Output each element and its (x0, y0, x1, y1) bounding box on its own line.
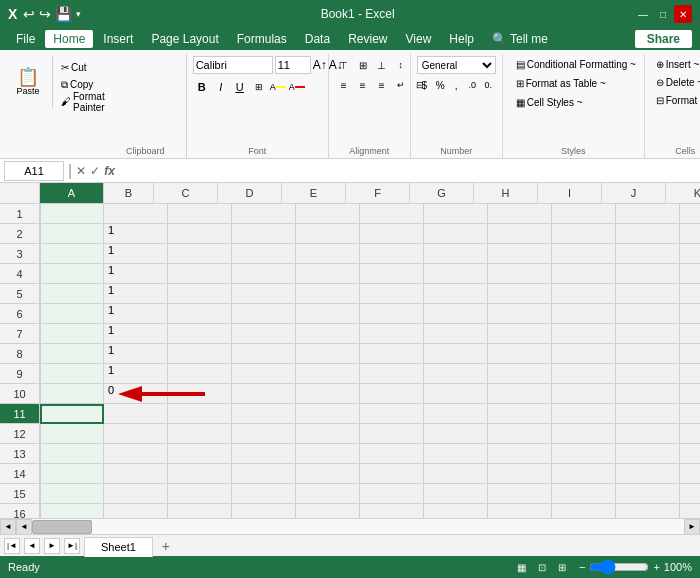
cell-A11[interactable] (40, 404, 104, 424)
col-header-H[interactable]: H (474, 183, 538, 203)
col-header-E[interactable]: E (282, 183, 346, 203)
cell-F9[interactable] (360, 364, 424, 384)
cell-I9[interactable] (552, 364, 616, 384)
align-center-button[interactable]: ≡ (354, 76, 372, 94)
cancel-formula-button[interactable]: ✕ (76, 164, 86, 178)
save-button[interactable]: 💾 (55, 6, 72, 22)
tab-nav-prev-button[interactable]: ◄ (24, 538, 40, 554)
maximize-button[interactable]: □ (654, 5, 672, 23)
scroll-thumb[interactable] (32, 520, 92, 534)
share-button[interactable]: Share (635, 30, 692, 48)
percent-button[interactable]: % (433, 76, 448, 94)
cell-J10[interactable] (616, 384, 680, 404)
cell-E9[interactable] (296, 364, 360, 384)
col-header-I[interactable]: I (538, 183, 602, 203)
horizontal-scrollbar[interactable]: ◄ ◄ ► (0, 518, 700, 534)
row-header-12[interactable]: 12 (0, 424, 40, 444)
delete-button[interactable]: ⊖ Delete ~ (651, 74, 700, 90)
align-top-button[interactable]: ⊤ (335, 56, 353, 74)
insert-function-button[interactable]: fx (104, 164, 115, 178)
row-header-5[interactable]: 5 (0, 284, 40, 304)
cell-reference-box[interactable] (4, 161, 64, 181)
font-color-button[interactable]: A (288, 78, 306, 96)
cell-J9[interactable] (616, 364, 680, 384)
row-header-14[interactable]: 14 (0, 464, 40, 484)
col-header-C[interactable]: C (154, 183, 218, 203)
cell-J2[interactable] (616, 224, 680, 244)
cell-K3[interactable] (680, 244, 700, 264)
cell-I8[interactable] (552, 344, 616, 364)
cell-D14[interactable] (232, 464, 296, 484)
cell-I2[interactable] (552, 224, 616, 244)
cell-C15[interactable] (168, 484, 232, 504)
cell-G10[interactable] (424, 384, 488, 404)
cell-F6[interactable] (360, 304, 424, 324)
menu-formulas[interactable]: Formulas (229, 30, 295, 48)
cell-K1[interactable] (680, 204, 700, 224)
cell-G16[interactable] (424, 504, 488, 518)
cell-B16[interactable] (104, 504, 168, 518)
cell-C11[interactable] (168, 404, 232, 424)
cell-H11[interactable] (488, 404, 552, 424)
format-as-table-button[interactable]: ⊞ Format as Table ~ (509, 75, 638, 92)
cell-C14[interactable] (168, 464, 232, 484)
cell-K14[interactable] (680, 464, 700, 484)
cell-I10[interactable] (552, 384, 616, 404)
cell-E1[interactable] (296, 204, 360, 224)
cell-F1[interactable] (360, 204, 424, 224)
row-header-13[interactable]: 13 (0, 444, 40, 464)
cell-A5[interactable] (40, 284, 104, 304)
cell-K15[interactable] (680, 484, 700, 504)
cell-B14[interactable] (104, 464, 168, 484)
cell-D11[interactable] (232, 404, 296, 424)
cell-H2[interactable] (488, 224, 552, 244)
cell-H13[interactable] (488, 444, 552, 464)
cell-A16[interactable] (40, 504, 104, 518)
cell-H12[interactable] (488, 424, 552, 444)
cell-A15[interactable] (40, 484, 104, 504)
cell-G15[interactable] (424, 484, 488, 504)
cell-B10[interactable]: 0 (104, 384, 168, 404)
cell-C12[interactable] (168, 424, 232, 444)
cell-D3[interactable] (232, 244, 296, 264)
page-layout-view-button[interactable]: ⊡ (533, 558, 551, 576)
zoom-slider[interactable] (589, 559, 649, 575)
cell-A3[interactable] (40, 244, 104, 264)
cell-A10[interactable] (40, 384, 104, 404)
cell-K11[interactable] (680, 404, 700, 424)
cell-E12[interactable] (296, 424, 360, 444)
cell-F5[interactable] (360, 284, 424, 304)
cell-G7[interactable] (424, 324, 488, 344)
row-header-4[interactable]: 4 (0, 264, 40, 284)
cell-K4[interactable] (680, 264, 700, 284)
add-sheet-button[interactable]: + (157, 537, 175, 555)
cell-I4[interactable] (552, 264, 616, 284)
cell-A8[interactable] (40, 344, 104, 364)
scroll-left-button[interactable]: ◄ (0, 519, 16, 535)
cell-C2[interactable] (168, 224, 232, 244)
sheet-tab-sheet1[interactable]: Sheet1 (84, 537, 153, 557)
cell-K12[interactable] (680, 424, 700, 444)
cell-A6[interactable] (40, 304, 104, 324)
cell-G9[interactable] (424, 364, 488, 384)
cell-A2[interactable] (40, 224, 104, 244)
tab-nav-next-button[interactable]: ► (44, 538, 60, 554)
page-break-view-button[interactable]: ⊞ (553, 558, 571, 576)
cell-E16[interactable] (296, 504, 360, 518)
cell-B9[interactable]: 1 (104, 364, 168, 384)
cell-D12[interactable] (232, 424, 296, 444)
formula-input[interactable] (119, 161, 696, 181)
accounting-format-button[interactable]: $ (417, 76, 432, 94)
text-direction-button[interactable]: ↕ (392, 56, 410, 74)
cell-D4[interactable] (232, 264, 296, 284)
cell-C13[interactable] (168, 444, 232, 464)
scroll-track[interactable] (32, 519, 684, 535)
cell-H5[interactable] (488, 284, 552, 304)
cell-G3[interactable] (424, 244, 488, 264)
zoom-in-button[interactable]: + (653, 561, 659, 573)
cell-C6[interactable] (168, 304, 232, 324)
menu-tell-me[interactable]: 🔍 Tell me (484, 30, 556, 48)
cell-H16[interactable] (488, 504, 552, 518)
cell-E4[interactable] (296, 264, 360, 284)
cell-C3[interactable] (168, 244, 232, 264)
